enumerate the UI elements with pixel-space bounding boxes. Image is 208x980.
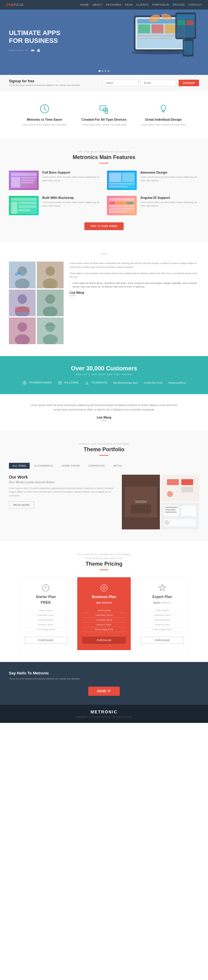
signup-name-input[interactable] [103,80,138,86]
pricing-subtitle2: FOR MOBILE AND DESKTOP [9,557,199,560]
team-photo-1 [9,262,36,288]
feature-card-angular-desc: Lorem ipsum dolor sit amet ullam corper … [140,200,199,208]
business-features: 1000 Copies Unlimited Users Unlimited It… [82,608,126,632]
feature-timesaver: Metronic is Time Saver Lorem ipsum dolor… [21,103,68,127]
team-photo-2 [37,262,64,288]
signup-bar: Signup for free Try to the most advanced… [0,75,208,91]
tab-admin[interactable]: ADMIN THEME [58,463,84,469]
hero-title: ULTIMATE APPS FOR BUSINESS [9,29,199,45]
tab-corporate[interactable]: CORPORATE [85,463,108,469]
client-logo-6: theprooffice [168,381,186,384]
starter-feature-3: Unlimited Items [24,618,67,622]
svg-rect-34 [122,173,134,182]
svg-rect-26 [11,173,37,176]
svg-rect-39 [11,198,37,200]
contact-send-button[interactable]: SEND IT [88,687,120,696]
team-content: Lorem ipsum dolor sit amet doim consecte… [9,262,199,344]
tab-retail[interactable]: RETAIL [110,463,126,469]
testimonial-text: Lorem ipsum dolor sit amet consectetur a… [30,403,178,412]
contact-section: Say Hello To Metronic Try to the most ad… [0,662,208,705]
team-desc-2: Class aptent ut per inceptos himenaeos M… [70,272,199,279]
footer-logo: METRONIC [9,710,199,714]
lightbulb-icon [157,103,169,115]
nav-about[interactable]: ABOUT [92,3,103,6]
svg-rect-40 [11,202,17,214]
nav-features[interactable]: FEATURES [106,3,121,6]
client-logo-2: FILLZONE [58,380,79,385]
svg-rect-13 [178,20,185,25]
team-photo-3 [37,290,64,316]
business-feature-4: Email & Team [82,622,126,627]
feature-card-design: Awesome Design Lorem ipsum dolor sit ame… [107,170,199,190]
signup-left: Signup for free Try to the most advanced… [9,79,80,86]
nav-home[interactable]: HOME [80,3,89,6]
hero-dots [98,70,110,72]
svg-point-69 [17,322,27,332]
portfolio-images: TAVERN [122,475,199,530]
portfolio-work-title: Our WorkOur Work Lorem Ipsum Dolor [9,475,117,484]
svg-rect-48 [116,202,125,204]
feature-card-angular-image [107,196,137,215]
business-purchase-button[interactable]: PURCHASE [82,637,126,644]
tab-ecommerce[interactable]: E-COMMERCE [31,463,57,469]
client-logo-1: YOURBRANDER [22,380,52,385]
testimonial-author-name: Liza Wang [9,416,199,419]
nav-pricing[interactable]: PRICING [173,3,185,6]
portfolio-left: Our WorkOur Work Lorem Ipsum Dolor Lorem… [9,475,117,530]
feature-card-design-text: Awesome Design Lorem ipsum dolor sit ame… [140,170,199,183]
hero-section: ULTIMATE APPS FOR BUSINESS AVAILABLE IN: [0,10,208,75]
svg-point-85 [167,491,173,497]
signup-button[interactable]: SIGNUP [179,80,199,86]
svg-rect-52 [110,211,127,212]
tab-all-items[interactable]: ALL ITEMS [9,463,30,469]
features-row: Metronic is Time Saver Lorem ipsum dolor… [9,103,199,127]
starter-feature-2: Unlimited Users [24,613,67,618]
expert-feature-1: 1000 Copies [141,608,184,613]
svg-point-58 [46,266,55,276]
portfolio-content: Our WorkOur Work Lorem Ipsum Dolor Lorem… [9,475,199,530]
expert-feature-4: Email & Team [141,622,184,627]
svg-rect-89 [165,509,176,511]
try-free-button[interactable]: TRY IT FOR FREE [84,222,123,230]
business-feature-1: 1000 Copies [82,608,126,613]
svg-point-17 [187,56,189,57]
starter-feature-4: Email & Team [24,622,67,627]
testimonial-section: Lorem ipsum dolor sit amet consectetur a… [0,394,208,431]
apple-icon [37,48,41,52]
expert-purchase-button[interactable]: PURCHASE [141,637,184,644]
team-photo-4 [9,317,36,344]
feature-card-bootstrap-text: Built With Bootstrap Lorem ipsum dolor s… [42,196,101,208]
nav-portfolio[interactable]: PORTFOLIO [152,3,169,6]
pricing-starter: Starter Plan FREE 1000 Copies Unlimited … [19,577,73,650]
starter-purchase-button[interactable]: PURCHASE [24,637,67,644]
feature-card-bass-title: Full Bass Support [42,170,101,174]
svg-rect-36 [110,186,127,187]
feature-timesaver-desc: Lorem ipsum dolor cuntaur vat cuiusl dol… [21,123,68,127]
footer: METRONIC Copyright © 2014 by Keenthemes.… [0,705,208,723]
expert-plan-name: Expert Plan [141,595,184,599]
business-price: $50/ MONTH [82,600,126,605]
pricing-subtitle: TRY THE MOST ADVANCED PLATFORM [9,553,199,556]
pricing-expert: Expert Plan $100/ MONTH 1000 Copies Unli… [135,577,189,650]
business-plan-name: Business Plan [82,595,126,599]
business-feature-3: Unlimited Items [82,618,126,622]
nav-logo: ONEPAGE [6,3,24,6]
pricing-section: TRY THE MOST ADVANCED PLATFORM FOR MOBIL… [0,541,208,662]
nav-team[interactable]: TEAM [125,3,133,6]
team-photos-grid [9,262,64,344]
nav-clients[interactable]: CLIENTS [137,3,149,6]
expert-feature-2: Unlimited Users [141,613,184,618]
feature-devices-desc: Lorem ipsum dolor cuntaur vat cuiusl dol… [80,123,128,127]
svg-rect-14 [186,20,194,25]
nav-contact[interactable]: CONTACT [188,3,202,6]
read-more-button[interactable]: READ MORE [9,501,34,509]
starter-price: FREE [24,600,67,605]
team-person-name: Liza Wang [70,291,199,294]
expert-icon [158,584,167,592]
signup-email-input[interactable] [141,80,176,86]
svg-point-74 [22,381,27,385]
feature-card-angular-title: AngularJS Support [140,196,199,199]
testimonial-author-role: editor [9,419,199,422]
portfolio-work-desc: Lorem ipsum dolor sit amet consectetur a… [9,487,117,498]
feature-devices: Created For All Type Devices Lorem ipsum… [80,103,128,127]
